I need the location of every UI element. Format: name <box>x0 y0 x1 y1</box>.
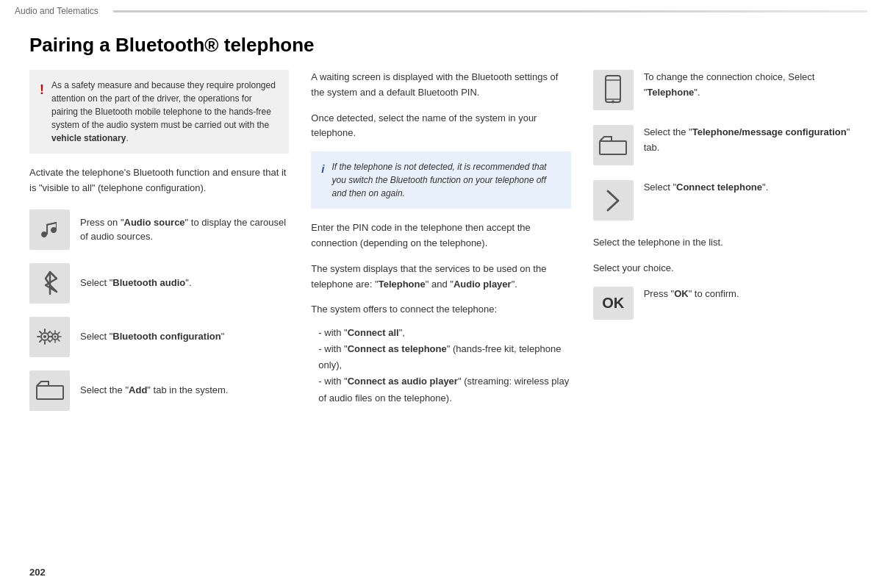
music-note-icon-box <box>29 209 70 250</box>
add-tab-label: Select the "Add" tab in the system. <box>80 383 228 398</box>
mid-text-4: The system displays that the services to… <box>311 262 570 293</box>
gear-icon <box>35 323 65 350</box>
tel-message-config-row: Select the "Telephone/message configurat… <box>593 125 853 165</box>
add-tab-row: Select the "Add" tab in the system. <box>29 370 289 411</box>
bluetooth-audio-label: Select "Bluetooth audio". <box>80 276 192 290</box>
left-column: ! As a safety measure and because they r… <box>29 70 289 424</box>
gear-icon-box <box>29 317 70 357</box>
connect-telephone-row: Select "Connect telephone". <box>593 180 853 220</box>
svg-point-8 <box>612 100 614 103</box>
chevron-icon <box>602 187 624 215</box>
chevron-icon-box <box>593 180 634 220</box>
audio-source-row: Press on "Audio source" to display the c… <box>29 209 289 250</box>
right-column: To change the connection choice, Select … <box>593 70 853 424</box>
info-box: i If the telephone is not detected, it i… <box>311 151 570 209</box>
info-text: If the telephone is not detected, it is … <box>332 160 561 200</box>
mid-text-2: Once detected, select the name of the sy… <box>311 111 570 142</box>
list-item: with "Connect as telephone" (hands-free … <box>318 341 570 373</box>
tab2-icon-box <box>593 125 634 165</box>
select-choice-text: Select your choice. <box>593 261 853 276</box>
mid-text-1: A waiting screen is displayed with the B… <box>311 70 570 101</box>
ok-label: OK <box>602 291 624 315</box>
three-column-layout: ! As a safety measure and because they r… <box>29 70 853 424</box>
top-bar-title: Audio and Telematics <box>15 6 98 16</box>
list-item: with "Connect as audio player" (streamin… <box>318 373 570 406</box>
tab-icon-box <box>29 370 70 411</box>
info-icon: i <box>321 161 324 200</box>
connect-list: with "Connect all", with "Connect as tel… <box>311 325 570 406</box>
ok-confirm-label: Press "OK" to confirm. <box>644 287 739 302</box>
top-bar-line <box>113 10 867 12</box>
tab-icon <box>34 379 66 402</box>
warning-text: As a safety measure and because they req… <box>51 79 279 145</box>
top-bar: Audio and Telematics <box>0 0 882 19</box>
music-note-icon <box>37 217 62 242</box>
phone-icon-box <box>593 70 634 110</box>
mid-text-3: Enter the PIN code in the telephone then… <box>311 220 570 251</box>
phone-icon <box>602 74 624 107</box>
page-title: Pairing a Bluetooth® telephone <box>29 34 853 57</box>
change-connection-label: To change the connection choice, Select … <box>644 70 853 101</box>
mid-text-5: The system offers to connect the telepho… <box>311 302 570 318</box>
page-number: 202 <box>29 567 46 578</box>
bluetooth-icon-box <box>29 263 70 304</box>
select-telephone-list-text: Select the telephone in the list. <box>593 235 853 251</box>
bluetooth-config-label: Select "Bluetooth configuration" <box>80 329 224 344</box>
left-intro-text: Activate the telephone's Bluetooth funct… <box>29 165 289 196</box>
bluetooth-config-row: Select "Bluetooth configuration" <box>29 317 289 357</box>
svg-rect-4 <box>37 386 63 399</box>
bluetooth-icon <box>39 270 61 296</box>
change-connection-row: To change the connection choice, Select … <box>593 70 853 110</box>
list-item: with "Connect all", <box>318 325 570 341</box>
svg-point-1 <box>43 335 46 338</box>
tab2-icon <box>597 134 629 157</box>
main-content: Pairing a Bluetooth® telephone ! As a sa… <box>0 19 882 439</box>
svg-rect-9 <box>600 141 626 154</box>
middle-column: A waiting screen is displayed with the B… <box>311 70 570 424</box>
audio-source-label: Press on "Audio source" to display the c… <box>80 215 289 244</box>
ok-confirm-row: OK Press "OK" to confirm. <box>593 287 853 320</box>
connect-telephone-label: Select "Connect telephone". <box>644 180 769 196</box>
warning-icon: ! <box>40 80 44 145</box>
tel-message-config-label: Select the "Telephone/message configurat… <box>644 125 853 156</box>
ok-icon-box: OK <box>593 287 634 320</box>
warning-box: ! As a safety measure and because they r… <box>29 70 289 154</box>
svg-point-3 <box>54 336 56 338</box>
bluetooth-audio-row: Select "Bluetooth audio". <box>29 263 289 304</box>
